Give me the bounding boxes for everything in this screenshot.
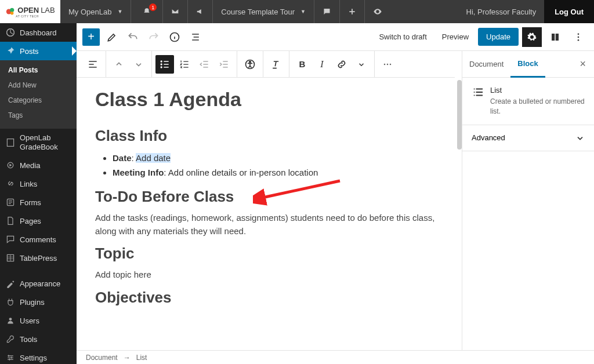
logout-button[interactable]: Log Out bbox=[544, 0, 594, 23]
visibility-menu[interactable] bbox=[365, 0, 390, 23]
gradebook-icon bbox=[6, 138, 15, 147]
block-settings-desc: Create a bulleted or numbered list. bbox=[490, 97, 585, 117]
svg-point-15 bbox=[578, 39, 579, 41]
sidebar-media-label: Media bbox=[20, 161, 40, 170]
paragraph-block[interactable]: Add topic here bbox=[95, 268, 444, 282]
my-openlab-menu[interactable]: My OpenLab▼ bbox=[60, 0, 131, 23]
add-block-button[interactable]: + bbox=[82, 28, 100, 46]
list-item[interactable]: Date: Add date bbox=[113, 151, 444, 165]
heading-topic[interactable]: Topic bbox=[95, 245, 444, 263]
breadcrumb-separator: → bbox=[124, 354, 131, 362]
list-item-value-highlighted[interactable]: Add date bbox=[136, 153, 171, 163]
sidebar-forms-label: Forms bbox=[20, 198, 41, 207]
list-item[interactable]: Meeting Info: Add online details or in-p… bbox=[113, 165, 444, 180]
advanced-panel-toggle[interactable]: Advanced bbox=[462, 125, 594, 151]
media-icon bbox=[6, 161, 15, 170]
post-title[interactable]: Class 1 Agenda bbox=[95, 88, 444, 111]
advanced-label: Advanced bbox=[472, 133, 505, 142]
comments-notif[interactable] bbox=[314, 0, 340, 23]
svg-rect-12 bbox=[556, 34, 559, 41]
svg-point-2 bbox=[10, 12, 13, 14]
sidebar-tablepress-label: TablePress bbox=[20, 254, 57, 263]
sidebar-item-comments[interactable]: Comments bbox=[0, 230, 77, 249]
openlab-logo[interactable]: OPENLAB AT CITY TECH bbox=[0, 0, 60, 23]
caret-down-icon: ▼ bbox=[300, 9, 306, 14]
svg-rect-11 bbox=[552, 34, 555, 41]
svg-point-1 bbox=[10, 8, 14, 12]
settings-icon bbox=[6, 353, 15, 362]
sidebar-item-plugins[interactable]: Plugins bbox=[0, 293, 77, 311]
sidebar-item-dashboard[interactable]: Dashboard bbox=[0, 23, 77, 42]
sidebar-links-label: Links bbox=[20, 180, 37, 188]
sidebar-item-settings[interactable]: Settings bbox=[0, 348, 77, 364]
greeting-label: Hi, Professor Faculty bbox=[466, 8, 537, 16]
tablepress-icon bbox=[6, 253, 15, 263]
svg-point-8 bbox=[9, 318, 12, 321]
sidebar-users-label: Users bbox=[20, 316, 39, 325]
sidebar-item-tools[interactable]: Tools bbox=[0, 330, 77, 348]
switch-to-draft-link[interactable]: Switch to draft bbox=[373, 32, 432, 41]
redo-button[interactable] bbox=[145, 28, 162, 46]
caret-down-icon: ▼ bbox=[117, 9, 122, 14]
sidebar-posts-label: Posts bbox=[20, 47, 39, 56]
greeting[interactable]: Hi, Professor Faculty bbox=[458, 0, 545, 23]
settings-tab-document[interactable]: Document bbox=[462, 51, 510, 77]
sidebar-item-tablepress[interactable]: TablePress bbox=[0, 249, 77, 267]
breadcrumb-document[interactable]: Document bbox=[86, 354, 118, 362]
list-icon bbox=[472, 86, 484, 117]
update-button[interactable]: Update bbox=[478, 28, 519, 46]
heading-objectives[interactable]: Objectives bbox=[95, 289, 444, 307]
announce-menu[interactable] bbox=[188, 0, 213, 23]
course-tour-label: Course Template Tour bbox=[221, 8, 295, 16]
undo-button[interactable] bbox=[124, 28, 142, 46]
sidebar-item-pages[interactable]: Pages bbox=[0, 212, 77, 230]
sidebar-pages-label: Pages bbox=[20, 217, 41, 225]
notifications-menu[interactable]: 1 bbox=[131, 0, 163, 23]
breadcrumb-list[interactable]: List bbox=[136, 354, 147, 362]
appearance-icon bbox=[6, 279, 15, 288]
list-item-value[interactable]: Add online details or in-person location bbox=[168, 168, 318, 177]
users-icon bbox=[6, 316, 15, 325]
sidebar-item-posts[interactable]: Posts bbox=[0, 42, 77, 60]
heading-class-info[interactable]: Class Info bbox=[95, 127, 444, 145]
sidebar-item-appearance[interactable]: Appearance bbox=[0, 274, 77, 293]
notification-badge: 1 bbox=[149, 3, 157, 11]
svg-point-14 bbox=[578, 36, 579, 38]
tools-icon bbox=[6, 334, 15, 344]
subitem-categories[interactable]: Categories bbox=[0, 93, 77, 108]
sidebar-item-media[interactable]: Media bbox=[0, 156, 77, 174]
comments-icon bbox=[6, 235, 15, 244]
sidebar-comments-label: Comments bbox=[20, 235, 56, 244]
logo-subtext: AT CITY TECH bbox=[16, 14, 55, 18]
links-icon bbox=[6, 179, 15, 188]
list-item-label: Date bbox=[113, 153, 132, 163]
heading-todo[interactable]: To-Do Before Class bbox=[95, 188, 444, 206]
sidebar-appearance-label: Appearance bbox=[20, 279, 60, 288]
scrollbar[interactable] bbox=[457, 80, 462, 150]
paragraph-block[interactable]: Add the tasks (readings, homework, assig… bbox=[95, 212, 444, 238]
messages-menu[interactable] bbox=[163, 0, 188, 23]
settings-gear-button[interactable] bbox=[522, 27, 542, 47]
jetpack-button[interactable] bbox=[545, 27, 565, 47]
list-block[interactable]: Date: Add date Meeting Info: Add online … bbox=[95, 151, 444, 180]
outline-button[interactable] bbox=[187, 28, 204, 46]
info-button[interactable] bbox=[166, 28, 183, 46]
close-settings-button[interactable]: × bbox=[571, 58, 594, 70]
sidebar-item-gradebook[interactable]: OpenLab GradeBook bbox=[0, 129, 77, 156]
list-item-label: Meeting Info bbox=[113, 168, 164, 177]
subitem-all-posts[interactable]: All Posts bbox=[0, 63, 77, 78]
course-tour-menu[interactable]: Course Template Tour▼ bbox=[213, 0, 314, 23]
logo-text-lab: LAB bbox=[41, 6, 55, 14]
sidebar-item-forms[interactable]: Forms bbox=[0, 193, 77, 212]
sidebar-tools-label: Tools bbox=[20, 335, 37, 344]
sidebar-item-links[interactable]: Links bbox=[0, 174, 77, 193]
settings-tab-block[interactable]: Block bbox=[510, 52, 545, 78]
subitem-tags[interactable]: Tags bbox=[0, 108, 77, 123]
add-new-menu[interactable] bbox=[340, 0, 365, 23]
subitem-add-new[interactable]: Add New bbox=[0, 78, 77, 93]
edit-mode-button[interactable] bbox=[103, 28, 121, 46]
preview-link[interactable]: Preview bbox=[436, 32, 475, 41]
sidebar-settings-label: Settings bbox=[20, 354, 47, 362]
sidebar-item-users[interactable]: Users bbox=[0, 311, 77, 330]
more-menu-button[interactable] bbox=[568, 27, 588, 47]
